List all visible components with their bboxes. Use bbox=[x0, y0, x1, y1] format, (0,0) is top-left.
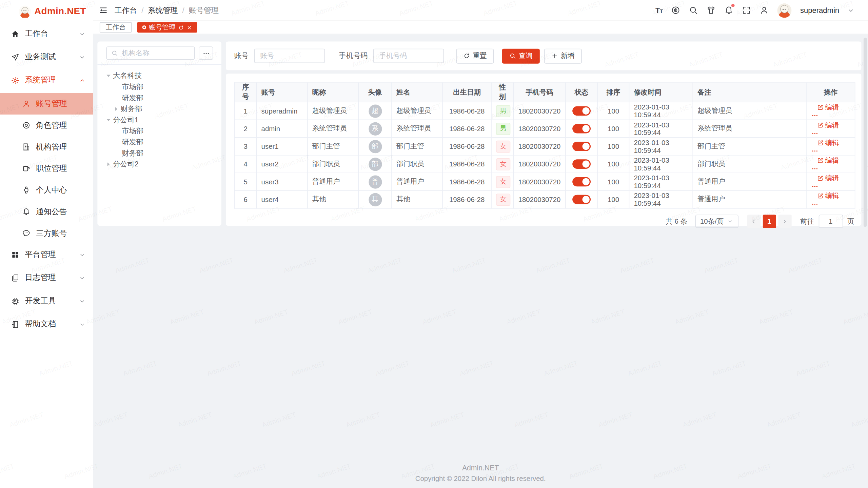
chevron-down-icon[interactable] bbox=[848, 7, 854, 14]
sidebar-item-personal-center[interactable]: 个人中心 bbox=[0, 179, 93, 201]
tree-node-label[interactable]: 财务部 bbox=[122, 148, 143, 158]
col-index: 序号 bbox=[234, 83, 256, 102]
chat-icon bbox=[22, 229, 30, 237]
phone-input[interactable] bbox=[373, 49, 444, 63]
sidebar-item-help-docs[interactable]: 帮助文档 bbox=[0, 314, 93, 335]
status-toggle[interactable] bbox=[572, 177, 591, 186]
add-button[interactable]: 新增 bbox=[544, 48, 582, 63]
sidebar-item-log-management[interactable]: 日志管理 bbox=[0, 267, 93, 288]
prev-page-button[interactable] bbox=[747, 215, 760, 228]
sidebar-item-org-management[interactable]: 机构管理 bbox=[0, 136, 93, 158]
tree-node[interactable]: 大名科技 bbox=[97, 70, 221, 81]
status-toggle[interactable] bbox=[572, 124, 591, 134]
breadcrumb-system-management[interactable]: 系统管理 bbox=[148, 5, 178, 15]
tree-node-label[interactable]: 市场部 bbox=[122, 126, 143, 136]
next-page-button[interactable] bbox=[778, 215, 791, 228]
app-logo[interactable]: Admin.NET bbox=[0, 0, 93, 23]
sidebar-item-position-management[interactable]: 职位管理 bbox=[0, 158, 93, 179]
status-toggle[interactable] bbox=[572, 142, 591, 151]
sidebar-item-system-management[interactable]: 系统管理 bbox=[0, 70, 93, 91]
watermark-text: Admin.NET bbox=[682, 411, 717, 429]
caret-right-icon[interactable] bbox=[112, 106, 121, 113]
sidebar-item-role-management[interactable]: 角色管理 bbox=[0, 115, 93, 136]
sidebar-item-notice-announcement[interactable]: 通知公告 bbox=[0, 201, 93, 223]
status-toggle[interactable] bbox=[572, 106, 591, 116]
tree-node-label[interactable]: 财务部 bbox=[121, 104, 142, 114]
tree-node-label[interactable]: 分公司1 bbox=[113, 115, 138, 125]
col-order: 排序 bbox=[597, 83, 629, 102]
goto-page-input[interactable] bbox=[818, 215, 843, 228]
account-input[interactable] bbox=[254, 49, 325, 63]
tree-node[interactable]: 分公司1 bbox=[97, 115, 221, 126]
tree-node[interactable]: 财务部 bbox=[97, 148, 221, 159]
tree-node[interactable]: 市场部 bbox=[97, 126, 221, 137]
font-size-icon[interactable]: TT bbox=[655, 7, 663, 14]
tab-account-management[interactable]: 账号管理 bbox=[137, 22, 197, 33]
tree-node-label[interactable]: 研发部 bbox=[122, 93, 143, 103]
tree-node[interactable]: 研发部 bbox=[97, 137, 221, 148]
username[interactable]: superadmin bbox=[800, 6, 839, 14]
tree-node[interactable]: 市场部 bbox=[97, 81, 221, 93]
cell-order: 100 bbox=[597, 120, 629, 137]
cell-remark: 部门主管 bbox=[693, 138, 806, 155]
search-icon[interactable] bbox=[689, 5, 698, 15]
sidebar-item-third-party-account[interactable]: 三方账号 bbox=[0, 222, 93, 244]
more-actions-button[interactable] bbox=[811, 113, 850, 119]
language-icon[interactable] bbox=[671, 5, 681, 15]
theme-icon[interactable] bbox=[707, 5, 716, 15]
page-size-select[interactable]: 10条/页 bbox=[695, 215, 738, 228]
sidebar-item-account-management[interactable]: 账号管理 bbox=[0, 93, 93, 115]
sidebar-item-platform-management[interactable]: 平台管理 bbox=[0, 244, 93, 265]
tree-node-label[interactable]: 分公司2 bbox=[113, 159, 138, 169]
edit-button[interactable]: 编辑 bbox=[817, 121, 839, 130]
more-actions-button[interactable] bbox=[811, 148, 850, 155]
tree-node-label[interactable]: 市场部 bbox=[122, 82, 143, 92]
sidebar-item-business-test[interactable]: 业务测试 bbox=[0, 46, 93, 67]
cell-remark: 超级管理员 bbox=[693, 102, 806, 120]
cell-order: 100 bbox=[597, 102, 629, 120]
user-icon[interactable] bbox=[760, 5, 769, 15]
sidebar-item-workbench[interactable]: 工作台 bbox=[0, 23, 93, 44]
edit-button[interactable]: 编辑 bbox=[817, 103, 839, 112]
caret-right-icon[interactable] bbox=[104, 161, 113, 168]
tree-node-label[interactable]: 研发部 bbox=[122, 137, 143, 147]
tree-more-button[interactable] bbox=[199, 46, 213, 60]
fullscreen-icon[interactable] bbox=[742, 5, 751, 15]
col-remark: 备注 bbox=[693, 83, 806, 102]
more-actions-button[interactable] bbox=[811, 166, 850, 172]
edit-button[interactable]: 编辑 bbox=[817, 174, 839, 183]
reset-button[interactable]: 重置 bbox=[456, 48, 494, 63]
tree-node[interactable]: 财务部 bbox=[97, 103, 221, 115]
footer-title: Admin.NET bbox=[93, 464, 868, 472]
more-actions-button[interactable] bbox=[811, 130, 850, 137]
more-actions-button[interactable] bbox=[811, 201, 850, 208]
scrollbar-thumb[interactable] bbox=[864, 38, 867, 227]
tree-node-label[interactable]: 大名科技 bbox=[113, 71, 142, 81]
cell-name: 超级管理员 bbox=[392, 102, 442, 120]
edit-button[interactable]: 编辑 bbox=[817, 138, 839, 148]
more-actions-button[interactable] bbox=[811, 183, 850, 190]
notification-bell[interactable] bbox=[724, 5, 734, 15]
caret-down-icon[interactable] bbox=[104, 73, 113, 79]
page-1-button[interactable]: 1 bbox=[763, 215, 776, 228]
sidebar-item-dev-tools[interactable]: 开发工具 bbox=[0, 290, 93, 311]
status-toggle[interactable] bbox=[572, 195, 591, 204]
status-toggle[interactable] bbox=[572, 159, 591, 169]
sidebar-item-label: 开发工具 bbox=[25, 296, 56, 306]
cell-status bbox=[566, 102, 598, 120]
caret-down-icon[interactable] bbox=[104, 117, 113, 123]
breadcrumb-workbench[interactable]: 工作台 bbox=[115, 5, 137, 15]
org-search-input[interactable] bbox=[121, 49, 184, 58]
tree-node[interactable]: 分公司2 bbox=[97, 159, 221, 170]
tree-node[interactable]: 研发部 bbox=[97, 93, 221, 104]
fold-menu-icon[interactable] bbox=[99, 5, 108, 15]
refresh-icon[interactable] bbox=[178, 25, 184, 30]
sidebar-item-label: 系统管理 bbox=[25, 75, 56, 85]
tab-workbench[interactable]: 工作台 bbox=[100, 22, 132, 33]
cell-phone: 18020030720 bbox=[513, 190, 565, 208]
close-icon[interactable] bbox=[186, 25, 192, 30]
edit-button[interactable]: 编辑 bbox=[817, 191, 839, 201]
avatar[interactable] bbox=[777, 3, 792, 17]
query-button[interactable]: 查询 bbox=[502, 48, 540, 63]
edit-button[interactable]: 编辑 bbox=[817, 156, 839, 165]
